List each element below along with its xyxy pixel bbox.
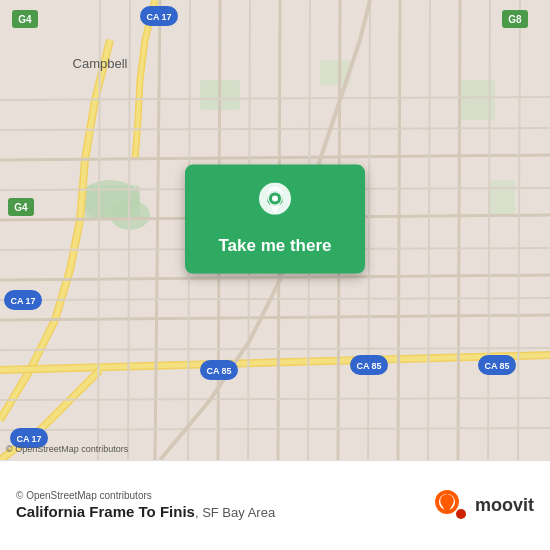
svg-text:CA 85: CA 85 bbox=[206, 366, 231, 376]
place-name: California Frame To Finis bbox=[16, 503, 195, 520]
svg-text:CA 85: CA 85 bbox=[356, 361, 381, 371]
moovit-text: moovit bbox=[475, 495, 534, 516]
svg-rect-7 bbox=[490, 180, 515, 215]
svg-text:CA 17: CA 17 bbox=[146, 12, 171, 22]
place-info: © OpenStreetMap contributors California … bbox=[16, 490, 275, 521]
svg-text:G4: G4 bbox=[18, 14, 32, 25]
location-pin-icon bbox=[257, 183, 293, 228]
osm-credit: © OpenStreetMap contributors bbox=[16, 490, 275, 501]
svg-text:G4: G4 bbox=[14, 202, 28, 213]
svg-text:CA 17: CA 17 bbox=[10, 296, 35, 306]
svg-text:G8: G8 bbox=[508, 14, 522, 25]
svg-point-58 bbox=[272, 196, 278, 202]
moovit-logo: moovit bbox=[433, 488, 534, 524]
map-container: G4 CA 17 G8 G4 CA 17 CA 17 CA 85 CA 85 C… bbox=[0, 0, 550, 460]
moovit-icon bbox=[433, 488, 469, 524]
bottom-bar: © OpenStreetMap contributors California … bbox=[0, 460, 550, 550]
place-name-row: California Frame To Finis, SF Bay Area bbox=[16, 503, 275, 521]
svg-point-62 bbox=[456, 509, 466, 519]
place-sub: , SF Bay Area bbox=[195, 505, 275, 520]
svg-text:CA 17: CA 17 bbox=[16, 434, 41, 444]
svg-text:Campbell: Campbell bbox=[73, 56, 128, 71]
svg-line-16 bbox=[398, 0, 400, 460]
take-me-there-button[interactable]: Take me there bbox=[185, 165, 365, 274]
svg-text:CA 85: CA 85 bbox=[484, 361, 509, 371]
svg-text:© OpenStreetMap contributors: © OpenStreetMap contributors bbox=[6, 444, 129, 454]
button-label: Take me there bbox=[218, 236, 331, 256]
svg-line-17 bbox=[458, 0, 460, 460]
